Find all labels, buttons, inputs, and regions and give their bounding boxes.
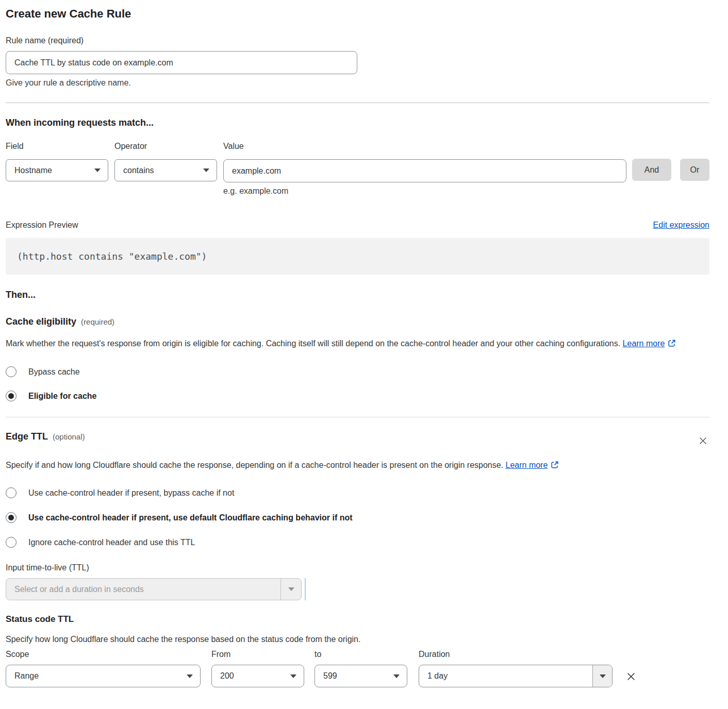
field-column: Field Hostname <box>6 142 108 181</box>
chevron-down-icon <box>203 168 209 172</box>
status-code-ttl-row: Scope Range From 200 to 599 Duration 1 d… <box>6 650 709 687</box>
create-cache-rule-form: Create new Cache Rule Rule name (require… <box>6 0 709 687</box>
expression-preview-label: Expression Preview <box>6 221 78 230</box>
bypass-cache-option[interactable]: Bypass cache <box>6 366 709 377</box>
chevron-down-icon <box>288 587 294 591</box>
cache-eligibility-description-text: Mark whether the request's response from… <box>6 339 620 348</box>
chevron-down-icon <box>393 674 400 678</box>
ttl-duration-arrow[interactable] <box>280 579 301 600</box>
edge-ttl-option-default-label: Use cache-control header if present, use… <box>28 513 353 522</box>
from-select[interactable]: 200 <box>211 665 304 687</box>
from-column: From 200 <box>211 650 304 687</box>
match-heading: When incoming requests match... <box>6 117 709 128</box>
ttl-input-group: Input time-to-live (TTL) Select or add a… <box>6 563 709 600</box>
edge-ttl-description: Specify if and how long Cloudflare shoul… <box>6 458 697 474</box>
page-title: Create new Cache Rule <box>6 0 709 21</box>
cache-eligibility-required-note: (required) <box>81 317 114 326</box>
operator-select[interactable]: contains <box>114 159 217 181</box>
ttl-input-label: Input time-to-live (TTL) <box>6 563 709 572</box>
cache-eligibility-learn-more-link[interactable]: Learn more <box>623 339 665 348</box>
field-select-value: Hostname <box>14 166 52 175</box>
scope-label: Scope <box>6 650 201 659</box>
radio-unchecked-icon <box>6 366 16 377</box>
eligible-for-cache-option[interactable]: Eligible for cache <box>6 391 709 401</box>
edge-ttl-option-default[interactable]: Use cache-control header if present, use… <box>6 512 709 523</box>
edge-ttl-learn-more-link[interactable]: Learn more <box>506 461 548 469</box>
bypass-cache-label: Bypass cache <box>28 367 80 377</box>
value-helper: e.g. example.com <box>223 187 626 196</box>
cache-eligibility-heading-row: Cache eligibility (required) <box>6 316 709 327</box>
value-input[interactable] <box>223 159 626 182</box>
ttl-input-row: Select or add a duration in seconds <box>6 578 709 600</box>
status-code-ttl-heading: Status code TTL <box>6 614 709 624</box>
edge-ttl-option-ignore[interactable]: Ignore cache-control header and use this… <box>6 537 709 548</box>
duration-column: Duration 1 day <box>419 650 613 687</box>
edge-ttl-close-button[interactable] <box>697 434 709 449</box>
scope-select-value: Range <box>14 671 39 681</box>
radio-checked-icon <box>6 512 16 523</box>
to-column: to 599 <box>315 650 407 687</box>
radio-unchecked-icon <box>6 537 16 548</box>
expression-code: (http.host contains "example.com") <box>17 251 207 262</box>
eligible-for-cache-label: Eligible for cache <box>28 392 96 401</box>
edge-ttl-option-ignore-label: Ignore cache-control header and use this… <box>28 538 195 547</box>
chevron-down-icon <box>290 674 296 678</box>
cache-eligibility-heading: Cache eligibility <box>6 316 76 327</box>
text-cursor <box>305 578 306 600</box>
duration-select-arrow[interactable] <box>592 665 612 687</box>
edge-ttl-optional-note: (optional) <box>53 432 85 441</box>
match-row: Field Hostname Operator contains Value e… <box>6 142 709 196</box>
radio-checked-icon <box>6 391 16 401</box>
rule-name-helper: Give your rule a descriptive name. <box>6 78 709 88</box>
status-code-ttl-description: Specify how long Cloudflare should cache… <box>6 635 709 644</box>
or-button[interactable]: Or <box>680 159 709 181</box>
operator-select-value: contains <box>123 166 154 175</box>
duration-label: Duration <box>419 650 613 659</box>
edge-ttl-heading-group: Edge TTL (optional) <box>6 431 85 442</box>
operator-column: Operator contains <box>114 142 217 181</box>
operator-label: Operator <box>114 142 217 151</box>
rule-name-group: Rule name (required) Give your rule a de… <box>6 36 709 88</box>
value-label: Value <box>223 142 626 151</box>
edge-ttl-option-bypass[interactable]: Use cache-control header if present, byp… <box>6 487 709 498</box>
scope-column: Scope Range <box>6 650 201 687</box>
chevron-down-icon <box>600 674 606 678</box>
chevron-down-icon <box>187 674 193 678</box>
field-select[interactable]: Hostname <box>6 159 108 181</box>
rule-name-label: Rule name (required) <box>6 36 709 45</box>
field-label: Field <box>6 142 108 151</box>
external-link-icon <box>551 459 559 474</box>
remove-status-ttl-row-button[interactable] <box>624 669 638 685</box>
to-label: to <box>315 650 407 659</box>
rule-name-input[interactable] <box>6 51 357 74</box>
close-icon <box>698 440 708 448</box>
from-select-value: 200 <box>220 671 234 681</box>
duration-select[interactable]: 1 day <box>419 665 613 687</box>
close-icon <box>625 677 637 684</box>
external-link-icon <box>668 337 676 352</box>
section-divider <box>6 103 709 103</box>
from-label: From <box>211 650 304 659</box>
ttl-duration-placeholder: Select or add a duration in seconds <box>6 579 280 600</box>
chevron-down-icon <box>94 168 101 172</box>
edge-ttl-description-text: Specify if and how long Cloudflare shoul… <box>6 461 503 469</box>
expression-header: Expression Preview Edit expression <box>6 221 709 230</box>
section-divider <box>6 417 709 417</box>
edge-ttl-heading-row: Edge TTL (optional) <box>6 431 709 449</box>
to-select[interactable]: 599 <box>315 665 407 687</box>
edge-ttl-heading: Edge TTL <box>6 431 48 442</box>
value-column: Value e.g. example.com <box>223 142 626 196</box>
cache-eligibility-description: Mark whether the request's response from… <box>6 336 697 352</box>
duration-select-value: 1 day <box>419 665 592 687</box>
ttl-duration-select[interactable]: Select or add a duration in seconds <box>6 578 302 600</box>
and-button[interactable]: And <box>632 159 671 181</box>
edit-expression-link[interactable]: Edit expression <box>653 221 709 230</box>
edge-ttl-options: Use cache-control header if present, byp… <box>6 487 709 548</box>
edge-ttl-option-bypass-label: Use cache-control header if present, byp… <box>28 488 234 498</box>
scope-select[interactable]: Range <box>6 665 201 687</box>
then-heading: Then... <box>6 290 709 300</box>
expression-preview-box: (http.host contains "example.com") <box>6 238 709 275</box>
radio-unchecked-icon <box>6 487 16 498</box>
cache-eligibility-options: Bypass cache Eligible for cache <box>6 366 709 401</box>
to-select-value: 599 <box>323 671 337 681</box>
